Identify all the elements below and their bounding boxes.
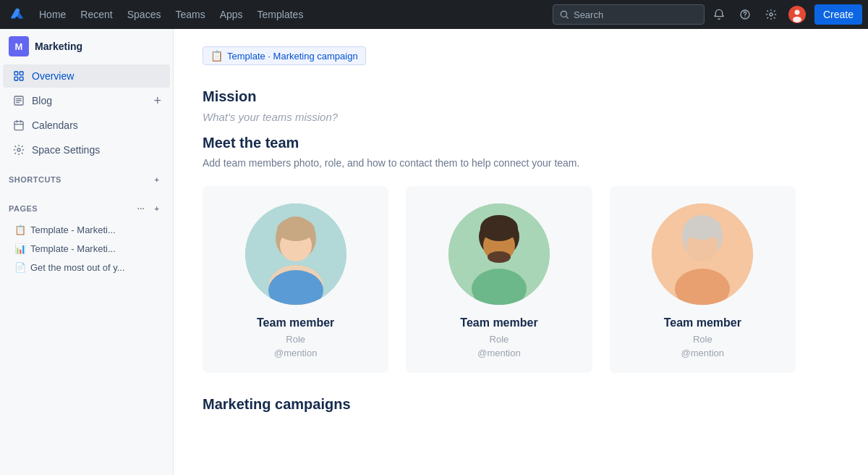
pages-label: Pages xyxy=(9,204,38,213)
template-2-label: Template - Marketi... xyxy=(30,243,116,254)
template-2-icon: 📊 xyxy=(14,243,26,254)
settings-button[interactable] xyxy=(760,3,783,26)
sidebar-item-space-settings[interactable]: Space Settings xyxy=(3,138,170,161)
nav-item-teams[interactable]: Teams xyxy=(168,0,212,29)
team-member-2-role: Role xyxy=(490,334,509,345)
mission-heading: Mission xyxy=(203,88,796,105)
template-tag[interactable]: 📋 Template · Marketing campaign xyxy=(203,46,366,65)
team-member-3-mention: @mention xyxy=(681,348,724,358)
pages-add-button[interactable]: + xyxy=(150,201,164,216)
pages-section-header: Pages ··· + xyxy=(9,197,164,220)
blog-icon xyxy=(12,93,26,108)
overview-label: Overview xyxy=(32,70,74,82)
team-member-3-name: Team member xyxy=(664,316,741,329)
avatar-1-svg xyxy=(245,203,346,305)
svg-point-29 xyxy=(684,217,721,240)
nav-item-recent[interactable]: Recent xyxy=(73,0,119,29)
get-most-icon: 📄 xyxy=(14,262,26,273)
calendars-icon xyxy=(12,118,26,133)
team-member-1-mention: @mention xyxy=(274,348,317,358)
space-name: Marketing xyxy=(35,41,82,52)
team-member-2-mention: @mention xyxy=(477,348,520,358)
shortcuts-label: SHORTCUTS xyxy=(9,175,61,184)
svg-rect-8 xyxy=(20,72,23,75)
blog-add-icon[interactable]: + xyxy=(153,94,161,107)
template-tag-label: Template · Marketing campaign xyxy=(227,51,358,62)
mission-placeholder[interactable]: What's your teams mission? xyxy=(203,111,796,123)
nav-item-apps[interactable]: Apps xyxy=(213,0,250,29)
team-avatar-3 xyxy=(652,203,753,305)
content-area: 📋 Template · Marketing campaign Mission … xyxy=(174,29,868,475)
campaigns-heading: Marketing campaigns xyxy=(203,396,796,413)
team-member-1-role: Role xyxy=(286,334,305,345)
user-avatar[interactable] xyxy=(786,3,809,26)
svg-rect-7 xyxy=(14,72,18,75)
blog-label: Blog xyxy=(32,95,52,106)
confluence-logo[interactable] xyxy=(6,3,29,26)
sidebar-item-overview[interactable]: Overview xyxy=(3,64,170,88)
get-most-label: Get the most out of y... xyxy=(30,262,125,273)
main-layout: M Marketing Overview Blog xyxy=(0,29,868,475)
meet-team-desc: Add team members photo, role, and how to… xyxy=(203,157,796,169)
shortcuts-section: SHORTCUTS + xyxy=(0,168,173,191)
pages-options-button[interactable]: ··· xyxy=(134,201,148,216)
help-button[interactable] xyxy=(733,3,757,26)
svg-point-3 xyxy=(770,13,773,16)
team-grid: Team member Role @mention xyxy=(203,186,796,373)
pages-item-template-2[interactable]: 📊 Template - Marketi... ··· xyxy=(9,240,164,258)
svg-rect-12 xyxy=(14,122,23,130)
svg-point-23 xyxy=(480,215,518,241)
calendars-label: Calendars xyxy=(32,119,78,131)
team-member-2-name: Team member xyxy=(460,316,537,329)
svg-rect-9 xyxy=(14,77,18,80)
search-placeholder: Search xyxy=(574,9,698,20)
meet-team-heading: Meet the team xyxy=(203,135,796,151)
pages-item-get-most[interactable]: 📄 Get the most out of y... ··· xyxy=(9,258,164,277)
help-icon xyxy=(739,9,751,20)
avatar-2-svg xyxy=(448,203,550,305)
svg-point-17 xyxy=(277,218,315,241)
team-member-1-name: Team member xyxy=(257,316,334,329)
space-settings-icon xyxy=(12,143,26,157)
top-navigation: Home Recent Spaces Teams Apps Templates … xyxy=(0,0,868,29)
team-card-3: Team member Role @mention xyxy=(610,186,796,373)
page-content: 📋 Template · Marketing campaign Mission … xyxy=(174,29,825,430)
svg-point-24 xyxy=(488,251,511,263)
template-1-label: Template - Marketi... xyxy=(30,224,116,235)
pages-section: Pages ··· + 📋 Template - Marketi... ··· … xyxy=(0,197,173,277)
sidebar-item-calendars[interactable]: Calendars xyxy=(3,114,170,137)
space-settings-label: Space Settings xyxy=(32,144,100,156)
space-avatar: M xyxy=(9,36,29,56)
notification-button[interactable] xyxy=(707,3,731,26)
settings-icon xyxy=(765,9,777,20)
shortcuts-section-header: SHORTCUTS + xyxy=(9,168,164,191)
svg-point-2 xyxy=(745,17,746,17)
team-avatar-2 xyxy=(448,203,550,305)
search-box[interactable]: Search xyxy=(553,4,705,25)
sidebar: M Marketing Overview Blog xyxy=(0,29,174,475)
template-1-icon: 📋 xyxy=(14,224,26,235)
overview-icon xyxy=(12,69,26,83)
avatar-3-svg xyxy=(652,203,753,305)
svg-point-13 xyxy=(17,148,20,151)
shortcuts-add-button[interactable]: + xyxy=(150,172,164,187)
sidebar-item-blog[interactable]: Blog + xyxy=(3,89,170,112)
team-member-3-role: Role xyxy=(693,334,712,345)
team-card-1: Team member Role @mention xyxy=(203,186,388,373)
notification-icon xyxy=(713,9,725,20)
template-tag-icon: 📋 xyxy=(210,50,223,62)
svg-point-5 xyxy=(794,10,799,15)
pages-item-template-1[interactable]: 📋 Template - Marketi... ··· xyxy=(9,221,164,239)
svg-point-6 xyxy=(793,17,801,22)
user-avatar-icon xyxy=(788,6,806,23)
nav-item-home[interactable]: Home xyxy=(32,0,73,29)
create-button[interactable]: Create xyxy=(814,4,862,25)
svg-rect-10 xyxy=(20,77,23,80)
team-avatar-1 xyxy=(245,203,346,305)
team-card-2: Team member Role @mention xyxy=(406,186,592,373)
nav-item-templates[interactable]: Templates xyxy=(250,0,311,29)
space-header[interactable]: M Marketing xyxy=(0,29,173,64)
nav-item-spaces[interactable]: Spaces xyxy=(120,0,169,29)
search-icon xyxy=(559,9,569,20)
